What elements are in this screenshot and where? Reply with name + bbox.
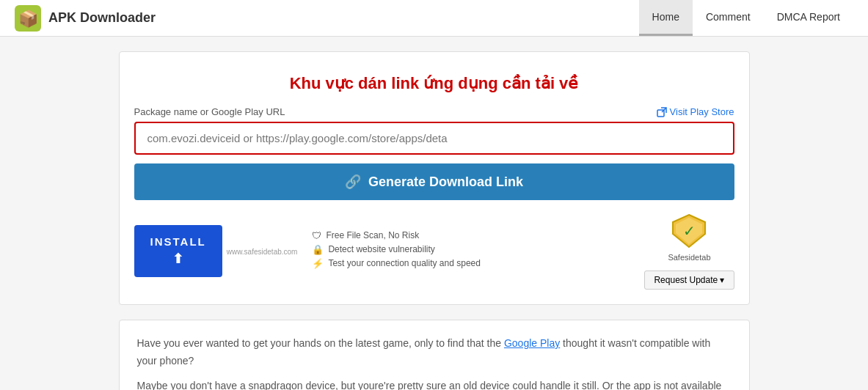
feature-item-3: ⚡ Test your connection quality and speed	[312, 258, 630, 269]
banner-features: 🛡 Free File Scan, No Risk 🔒 Detect websi…	[304, 230, 637, 272]
link-icon: 🔗	[345, 174, 361, 190]
nav-home[interactable]: Home	[639, 0, 693, 36]
card-title: Khu vực dán link ứng dụng cần tải về	[134, 74, 734, 93]
shield-badge-icon: ✓	[670, 212, 708, 250]
speed-icon: ⚡	[312, 258, 324, 269]
install-button[interactable]: INSTALL ⬆	[134, 225, 222, 277]
main-card: Khu vực dán link ứng dụng cần tải về Pac…	[119, 51, 750, 305]
safesidetab-label: Safesidetab	[668, 253, 710, 262]
apk-logo-icon: 📦	[15, 5, 41, 32]
input-label: Package name or Google Play URL	[134, 106, 285, 117]
feature-item-2: 🔒 Detect website vulnerability	[312, 244, 630, 255]
input-row-header: Package name or Google Play URL Visit Pl…	[134, 106, 734, 117]
request-update-button[interactable]: Request Update ▾	[644, 271, 734, 290]
info-paragraph-1: Have you ever wanted to get your hands o…	[137, 335, 732, 370]
visit-play-store-link[interactable]: Visit Play Store	[657, 106, 734, 117]
generate-download-link-button[interactable]: 🔗 Generate Download Link	[134, 163, 734, 200]
app-title: APK Downloader	[48, 10, 156, 26]
info-section: Have you ever wanted to get your hands o…	[119, 320, 750, 390]
url-input-wrapper	[134, 122, 734, 155]
main-nav: Home Comment DMCA Report	[639, 0, 853, 36]
info-paragraph-2: Maybe you don't have a snapdragon device…	[137, 378, 732, 390]
url-input[interactable]	[137, 125, 732, 152]
safesidetab-url-label: www.safesidetab.com	[227, 245, 298, 257]
safesidetab-badge: ✓ Safesidetab Request Update ▾	[644, 212, 734, 290]
nav-comment[interactable]: Comment	[693, 0, 764, 36]
header: 📦 APK Downloader Home Comment DMCA Repor…	[0, 0, 868, 37]
file-icon: 🛡	[312, 230, 321, 241]
external-link-icon	[657, 107, 667, 117]
install-section: INSTALL ⬆ www.safesidetab.com	[134, 225, 298, 277]
google-play-link-1[interactable]: Google Play	[504, 337, 560, 349]
svg-text:📦: 📦	[18, 9, 39, 29]
upload-icon: ⬆	[172, 251, 183, 267]
main-content: Khu vực dán link ứng dụng cần tải về Pac…	[0, 37, 868, 390]
svg-text:✓: ✓	[683, 223, 696, 239]
banner-row: INSTALL ⬆ www.safesidetab.com 🛡 Free Fil…	[134, 212, 734, 290]
nav-dmca[interactable]: DMCA Report	[764, 0, 853, 36]
header-left: 📦 APK Downloader	[15, 5, 156, 32]
lock-icon: 🔒	[312, 244, 324, 255]
feature-item-1: 🛡 Free File Scan, No Risk	[312, 230, 630, 241]
